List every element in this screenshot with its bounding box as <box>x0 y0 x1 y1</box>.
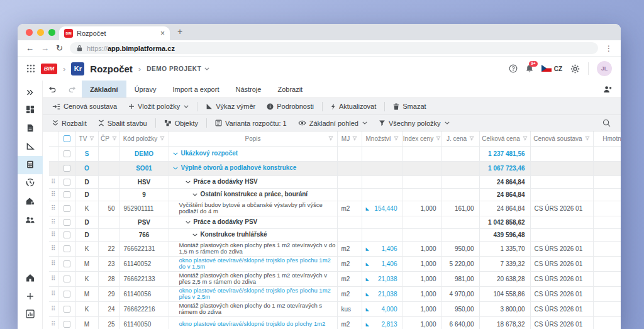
app-launcher-icon[interactable] <box>26 64 35 73</box>
cell-description[interactable]: okno plastové otevíravé/sklopné trojsklo… <box>169 256 337 271</box>
cell-description[interactable]: Ostatní konstrukce a práce, bourání <box>169 188 337 201</box>
new-tab-button[interactable]: + <box>177 26 182 36</box>
measurement-triangle-icon[interactable]: ◣ <box>366 206 369 211</box>
cell-description[interactable]: Výplně otvorů a podlahové konstrukce <box>169 161 337 176</box>
row-checkbox[interactable] <box>64 306 70 313</box>
table-row[interactable]: ⠿M2961140056okno plastové otevíravé/sklo… <box>49 286 621 301</box>
notifications-bell-icon[interactable]: 9+ <box>526 65 533 73</box>
back-icon[interactable]: ← <box>26 44 34 52</box>
select-all-checkbox[interactable] <box>64 135 70 142</box>
row-checkbox[interactable] <box>64 219 70 226</box>
sidebar-item-reports[interactable] <box>18 306 43 324</box>
column-header[interactable]: Popis <box>169 131 337 146</box>
cell-description[interactable]: Práce a dodávky PSV <box>169 216 337 228</box>
cell-description[interactable]: Konstrukce truhlářské <box>169 228 337 241</box>
drag-handle[interactable]: ⠿ <box>49 201 58 216</box>
zakladni-pohled-button[interactable]: Základní pohled <box>292 115 373 131</box>
column-header[interactable]: Cenová soustava <box>530 131 593 146</box>
sidebar-item-budget[interactable] <box>18 156 43 174</box>
row-checkbox[interactable] <box>64 260 70 267</box>
filter-funnel-icon[interactable] <box>436 136 441 141</box>
column-header[interactable]: Celková cena <box>479 131 530 146</box>
column-header[interactable]: Kód položky <box>119 131 169 146</box>
cell-code[interactable]: DEMO <box>119 146 169 161</box>
filter-funnel-icon[interactable] <box>585 136 590 141</box>
add-person-icon[interactable] <box>603 86 612 93</box>
smazat-button[interactable]: Smazat <box>387 98 431 114</box>
filter-funnel-icon[interactable] <box>160 136 165 141</box>
window-close-button[interactable] <box>26 29 33 36</box>
measurement-triangle-icon[interactable]: ◣ <box>366 277 369 281</box>
cell-description[interactable]: Ukázkový rozpočet <box>169 146 337 161</box>
cell-quantity[interactable]: ◣154,440 <box>362 201 402 216</box>
row-checkbox[interactable] <box>64 231 70 238</box>
row-checkbox[interactable] <box>64 291 70 298</box>
drag-handle[interactable]: ⠿ <box>49 256 58 271</box>
row-checkbox[interactable] <box>64 165 70 172</box>
table-row[interactable]: ⠿M2361140052okno plastové otevíravé/sklo… <box>49 256 621 271</box>
tab-close-icon[interactable]: × <box>160 29 165 38</box>
window-fullscreen-button[interactable] <box>48 29 55 36</box>
drag-handle[interactable]: ⠿ <box>49 286 58 301</box>
filter-funnel-icon[interactable] <box>523 136 528 141</box>
sidebar-item-schedule[interactable] <box>18 174 43 192</box>
cenova-soustava-button[interactable]: Cenová soustava <box>47 98 123 114</box>
tab-upravy[interactable]: Úpravy <box>126 81 165 98</box>
address-bar[interactable]: https://app.bimplatforma.cz <box>70 42 598 54</box>
vsechny-polozky-button[interactable]: Všechny položky <box>373 115 455 131</box>
table-row[interactable]: ⠿K24766622216Montáž plastových oken ploc… <box>49 301 621 316</box>
rozbalit-button[interactable]: Rozbalit <box>47 115 92 131</box>
tab-zobrazit[interactable]: Zobrazit <box>269 81 311 98</box>
drag-handle[interactable]: ⠿ <box>49 188 58 201</box>
drag-handle[interactable]: ⠿ <box>49 241 58 256</box>
row-checkbox[interactable] <box>64 191 70 198</box>
sbalit-stavbu-button[interactable]: Sbalit stavbu <box>92 115 153 131</box>
search-icon[interactable] <box>602 119 611 127</box>
drag-handle[interactable]: ⠿ <box>49 271 58 286</box>
sidebar-item-dashboard[interactable] <box>18 101 43 120</box>
filter-funnel-icon[interactable] <box>469 136 474 141</box>
sidebar-item-home[interactable] <box>18 269 43 287</box>
column-header[interactable]: Hmotn <box>593 131 621 146</box>
undo-icon[interactable] <box>43 86 62 92</box>
cell-description[interactable]: Práce a dodávky HSV <box>169 176 337 188</box>
column-header[interactable]: TV <box>75 131 98 146</box>
filter-funnel-icon[interactable] <box>328 136 333 141</box>
row-checkbox[interactable] <box>64 179 70 186</box>
filter-funnel-icon[interactable] <box>352 136 357 141</box>
filter-funnel-icon[interactable] <box>89 136 94 141</box>
drag-handle[interactable]: ⠿ <box>49 228 58 241</box>
table-row[interactable]: ⠿K28766622133Montáž plastových oken ploc… <box>49 271 621 286</box>
sidebar-item-add[interactable] <box>18 287 43 306</box>
redo-icon[interactable] <box>62 86 82 92</box>
measurement-triangle-icon[interactable]: ◣ <box>366 322 369 326</box>
project-selector[interactable]: DEMO PROJEKT <box>147 65 209 72</box>
drag-handle[interactable]: ⠿ <box>49 316 58 329</box>
cell-quantity[interactable]: ◣1,406 <box>362 256 402 271</box>
objekty-button[interactable]: Objekty <box>158 115 204 131</box>
table-row[interactable]: SDEMOUkázkový rozpočet1 237 481,56 <box>49 146 621 161</box>
sidebar-item-measurements[interactable] <box>18 138 43 156</box>
column-header[interactable]: ČP <box>98 131 119 146</box>
column-header[interactable]: Množství <box>362 131 402 146</box>
settings-gear-icon[interactable] <box>570 64 580 74</box>
sidebar-item-expand-panel[interactable] <box>18 83 43 101</box>
measurement-triangle-icon[interactable]: ◣ <box>366 262 369 266</box>
cell-code[interactable]: SO01 <box>119 161 169 176</box>
drag-handle[interactable]: ⠿ <box>49 301 58 316</box>
measurement-triangle-icon[interactable]: ◣ <box>366 247 369 251</box>
drag-handle[interactable]: ⠿ <box>49 216 58 228</box>
forward-icon[interactable]: → <box>41 44 49 52</box>
cell-quantity[interactable]: ◣21,038 <box>362 286 402 301</box>
filter-funnel-icon[interactable] <box>112 136 117 141</box>
row-checkbox[interactable] <box>64 150 70 157</box>
reload-icon[interactable]: ↻ <box>56 44 63 52</box>
table-row[interactable]: ⠿K50952901111Vyčištění budov bytové a ob… <box>49 201 621 216</box>
column-header[interactable]: J. cena <box>441 131 479 146</box>
bim-logo[interactable]: BIM <box>41 64 57 74</box>
cell-description[interactable]: okno plastové otevíravé/sklopné trojsklo… <box>169 316 337 329</box>
tab-import-a-export[interactable]: Import a export <box>164 81 227 98</box>
measurement-triangle-icon[interactable]: ◣ <box>366 307 369 311</box>
table-row[interactable]: ⠿D9Ostatní konstrukce a práce, bourání24… <box>49 188 621 201</box>
table-row[interactable]: ⠿DPSVPráce a dodávky PSV1 042 858,62 <box>49 216 621 228</box>
